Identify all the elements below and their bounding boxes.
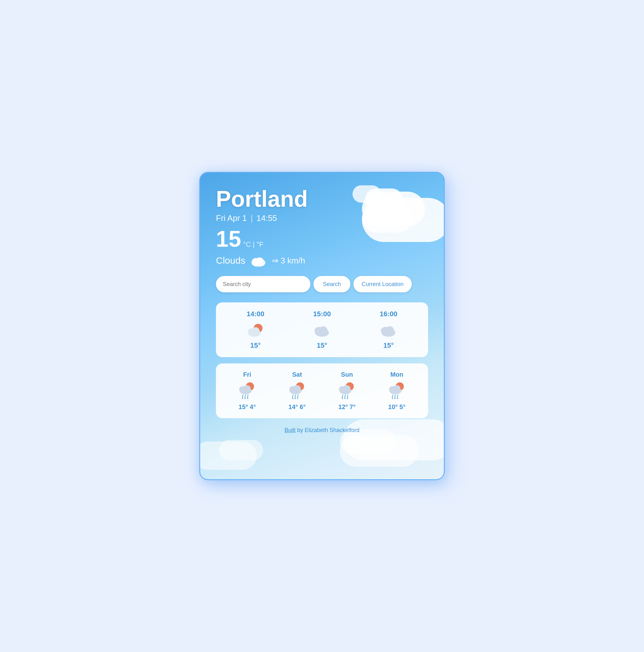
svg-line-39 (347, 395, 348, 398)
svg-line-19 (247, 395, 248, 398)
wind-icon: ⇒ (272, 256, 278, 266)
day-name-0: Fri (243, 371, 251, 378)
svg-point-40 (342, 398, 343, 399)
hourly-icon-0 (246, 322, 265, 337)
svg-line-48 (395, 395, 395, 398)
day-temps-0: 15° 4° (239, 403, 256, 411)
hour-time-1: 15:00 (313, 310, 331, 318)
daily-icon-2 (338, 381, 356, 400)
current-location-button[interactable]: Current Location (353, 276, 412, 292)
svg-line-47 (392, 395, 393, 398)
svg-point-2 (256, 257, 264, 264)
day-name-1: Sat (292, 371, 302, 378)
daily-icon-3 (388, 381, 406, 400)
svg-line-17 (242, 395, 243, 398)
day-name-3: Mon (390, 371, 403, 378)
daily-item-3: Mon 10° 5° (388, 371, 406, 411)
footer-text: by Elizabeth Shackelford (296, 427, 359, 433)
hourly-panel: 14:00 15° 15:00 (216, 302, 428, 357)
daily-item-2: Sun 12° 7° (338, 371, 356, 411)
weather-app: Portland Fri Apr 1 | 14:55 15 °C | °F Cl… (199, 172, 445, 480)
svg-point-6 (252, 327, 259, 333)
time-label: 14:55 (257, 213, 277, 223)
day-temps-1: 14° 6° (288, 403, 306, 411)
hour-time-2: 16:00 (380, 310, 397, 318)
svg-line-49 (397, 395, 398, 398)
search-button[interactable]: Search (314, 276, 350, 292)
svg-line-37 (342, 395, 343, 398)
svg-point-32 (297, 398, 298, 399)
date-label: Fri Apr 1 (216, 213, 247, 223)
svg-point-30 (292, 398, 293, 399)
svg-point-9 (319, 326, 327, 333)
temperature-value: 15 (216, 227, 241, 250)
search-input[interactable] (216, 276, 310, 292)
main-content: Portland Fri Apr 1 | 14:55 15 °C | °F Cl… (200, 173, 444, 445)
daily-icon-1 (288, 381, 306, 400)
svg-point-51 (394, 398, 396, 399)
svg-point-21 (245, 398, 246, 399)
weather-condition: Clouds ⇒ 3 km/h (216, 254, 428, 267)
footer-link[interactable]: Built (285, 427, 296, 433)
svg-point-52 (397, 398, 398, 399)
svg-line-28 (295, 395, 296, 398)
cloud-icon (250, 254, 267, 267)
svg-point-20 (242, 398, 243, 399)
city-name: Portland (216, 187, 428, 212)
daily-panel: Fri 15° 4° (216, 363, 428, 418)
svg-line-18 (245, 395, 245, 398)
svg-point-26 (293, 385, 301, 391)
hourly-item-1: 15:00 15° (313, 310, 331, 350)
day-temps-3: 10° 5° (388, 403, 405, 411)
day-temps-2: 12° 7° (338, 403, 356, 411)
footer: Built by Elizabeth Shackelford (216, 427, 428, 436)
svg-line-29 (297, 395, 298, 398)
svg-point-50 (392, 398, 393, 399)
svg-line-27 (292, 395, 293, 398)
svg-point-42 (347, 398, 348, 399)
temperature-display: 15 °C | °F (216, 227, 428, 250)
hour-temp-1: 15° (317, 342, 327, 350)
svg-point-22 (247, 398, 248, 399)
search-area: Search Current Location (216, 276, 428, 292)
hour-temp-0: 15° (250, 342, 261, 350)
daily-item-0: Fri 15° 4° (238, 371, 256, 411)
hourly-item-2: 16:00 15° (379, 310, 398, 350)
date-time: Fri Apr 1 | 14:55 (216, 213, 428, 223)
daily-icon-0 (238, 381, 256, 400)
date-time-separator: | (250, 213, 253, 223)
day-name-2: Sun (341, 371, 353, 378)
hour-temp-2: 15° (383, 342, 394, 350)
hourly-icon-2 (379, 322, 398, 337)
daily-item-1: Sat 14° 6° (288, 371, 306, 411)
hour-time-0: 14:00 (247, 310, 264, 318)
hourly-icon-1 (313, 322, 331, 337)
condition-label: Clouds (216, 255, 245, 266)
svg-point-46 (393, 385, 400, 391)
svg-point-36 (343, 385, 350, 391)
wind-value: 3 km/h (280, 256, 305, 266)
svg-line-38 (345, 395, 345, 398)
svg-point-31 (295, 398, 296, 399)
svg-point-41 (344, 398, 346, 399)
svg-point-16 (243, 385, 250, 391)
hourly-item-0: 14:00 15° (246, 310, 265, 350)
temperature-units: °C | °F (243, 241, 264, 248)
svg-point-12 (385, 326, 394, 333)
wind-info: ⇒ 3 km/h (272, 256, 305, 266)
